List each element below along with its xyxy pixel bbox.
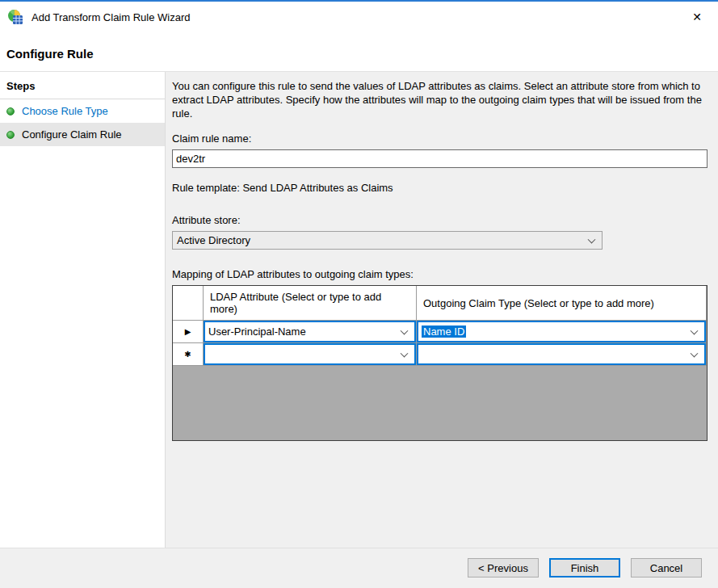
close-icon: ✕ xyxy=(692,10,702,23)
chevron-down-icon[interactable] xyxy=(691,349,699,357)
finish-button[interactable]: Finish xyxy=(549,558,620,578)
grid-header-outgoing-claim-type: Outgoing Claim Type (Select or type to a… xyxy=(417,286,707,321)
new-row-icon: ✱ xyxy=(184,350,191,359)
ldap-attribute-combobox[interactable]: User-Principal-Name xyxy=(204,321,416,342)
titlebar: Add Transform Claim Rule Wizard ✕ xyxy=(0,2,718,32)
close-button[interactable]: ✕ xyxy=(682,5,712,29)
ldap-attribute-combobox-new[interactable] xyxy=(204,343,416,365)
step-label: Configure Claim Rule xyxy=(22,128,122,141)
grid-cell-ldap-attribute xyxy=(204,343,417,366)
grid-header-row: LDAP Attribute (Select or type to add mo… xyxy=(173,286,707,321)
attribute-store-value: Active Directory xyxy=(177,234,250,246)
chevron-down-icon[interactable] xyxy=(401,326,409,334)
outgoing-claim-type-combobox-new[interactable] xyxy=(417,343,706,365)
sidebar-item-configure-claim-rule[interactable]: Configure Claim Rule xyxy=(0,123,165,146)
cancel-button[interactable]: Cancel xyxy=(631,558,702,578)
chevron-down-icon[interactable] xyxy=(588,235,596,243)
step-content-panel: You can configure this rule to send the … xyxy=(166,72,718,548)
step-completed-icon xyxy=(6,107,15,116)
row-header-new[interactable]: ✱ xyxy=(173,343,204,366)
chevron-down-icon[interactable] xyxy=(401,349,409,357)
current-row-icon: ▶ xyxy=(185,327,191,336)
step-description: You can configure this rule to send the … xyxy=(172,79,705,120)
attribute-store-combobox[interactable]: Active Directory xyxy=(172,231,603,250)
grid-corner-cell xyxy=(173,286,204,321)
attribute-store-label: Attribute store: xyxy=(172,214,708,226)
wizard-window: Add Transform Claim Rule Wizard ✕ Config… xyxy=(0,0,718,588)
adfs-app-icon xyxy=(7,9,23,25)
grid-cell-outgoing-claim-type: Name ID xyxy=(417,321,707,343)
ldap-attribute-value: User-Principal-Name xyxy=(208,326,306,338)
step-current-icon xyxy=(6,131,15,139)
mapping-label: Mapping of LDAP attributes to outgoing c… xyxy=(172,268,708,280)
previous-button[interactable]: < Previous xyxy=(468,558,539,578)
outgoing-claim-type-value: Name ID xyxy=(422,326,466,338)
claim-rule-name-label: Claim rule name: xyxy=(172,132,708,145)
page-title: Configure Rule xyxy=(6,47,94,61)
steps-header: Steps xyxy=(0,72,165,99)
mapping-grid: LDAP Attribute (Select or type to add mo… xyxy=(172,285,708,441)
steps-sidebar: Steps Choose Rule Type Configure Claim R… xyxy=(0,72,166,548)
row-header-current[interactable]: ▶ xyxy=(173,321,204,343)
rule-template-text: Rule template: Send LDAP Attributes as C… xyxy=(172,182,708,194)
grid-header-ldap-attribute: LDAP Attribute (Select or type to add mo… xyxy=(204,286,417,321)
wizard-body: Steps Choose Rule Type Configure Claim R… xyxy=(0,71,718,548)
chevron-down-icon[interactable] xyxy=(691,326,699,334)
grid-cell-ldap-attribute: User-Principal-Name xyxy=(204,321,417,343)
step-label: Choose Rule Type xyxy=(22,105,108,117)
window-header-area: Add Transform Claim Rule Wizard ✕ Config… xyxy=(0,2,718,73)
grid-cell-outgoing-claim-type xyxy=(417,343,707,366)
claim-rule-name-input[interactable] xyxy=(172,149,708,168)
sidebar-item-choose-rule-type[interactable]: Choose Rule Type xyxy=(0,99,165,123)
outgoing-claim-type-combobox[interactable]: Name ID xyxy=(417,321,706,342)
button-bar: < Previous Finish Cancel xyxy=(0,548,718,588)
window-title: Add Transform Claim Rule Wizard xyxy=(31,11,191,23)
table-row: ▶ User-Principal-Name Name ID xyxy=(173,321,707,343)
table-row: ✱ xyxy=(173,343,707,366)
